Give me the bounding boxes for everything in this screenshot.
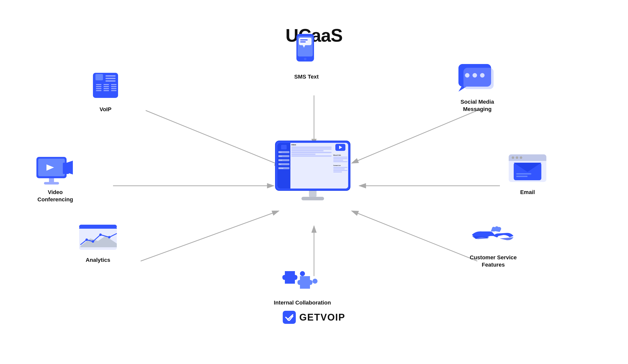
social-label: Social MediaMessaging (460, 98, 494, 113)
svg-point-63 (99, 233, 102, 236)
svg-rect-32 (300, 41, 306, 42)
svg-rect-43 (49, 178, 54, 182)
svg-point-51 (516, 156, 518, 159)
sms-label: SMS Text (294, 73, 319, 81)
logo-badge (283, 311, 296, 324)
node-social: Social MediaMessaging (457, 63, 497, 113)
svg-rect-18 (96, 90, 101, 91)
node-customer: Customer ServiceFeatures (470, 221, 517, 268)
svg-rect-17 (96, 88, 101, 89)
inbox-label: Inbox (291, 144, 332, 146)
svg-line-9 (352, 211, 477, 261)
svg-point-65 (300, 271, 305, 276)
svg-rect-44 (44, 182, 59, 185)
video-label: VideoConferencing (37, 189, 73, 203)
svg-rect-26 (111, 90, 117, 91)
svg-rect-24 (111, 86, 117, 87)
logo-area: GETVOIP (283, 311, 345, 324)
logo-checkmark-icon (285, 314, 294, 321)
contact-list-label: Contact List (333, 165, 347, 166)
svg-rect-31 (300, 39, 308, 40)
sidebar-text: Text (278, 163, 289, 165)
svg-rect-16 (96, 86, 101, 87)
sidebar-settings: Settings (278, 167, 289, 169)
play-button (335, 144, 345, 151)
svg-rect-39 (463, 68, 494, 89)
svg-point-52 (520, 156, 522, 159)
email-label: Email (520, 189, 535, 196)
social-icon (457, 63, 497, 95)
logo-text: GETVOIP (299, 312, 345, 323)
svg-line-4 (352, 110, 477, 163)
node-email: Email (507, 153, 548, 196)
svg-rect-12 (106, 75, 116, 77)
node-analytics: Analytics (78, 223, 118, 264)
svg-rect-55 (516, 173, 531, 174)
analytics-label: Analytics (86, 257, 110, 264)
svg-rect-22 (103, 90, 109, 91)
svg-rect-14 (106, 80, 116, 82)
missed-calls-label: Missed Calls (333, 154, 347, 156)
svg-rect-11 (95, 74, 103, 80)
collaboration-icon (280, 266, 325, 296)
svg-point-66 (312, 279, 318, 284)
sidebar-voice: Voice (278, 155, 289, 157)
svg-point-64 (108, 236, 111, 238)
svg-rect-25 (111, 88, 117, 89)
svg-line-2 (146, 110, 281, 166)
svg-rect-15 (96, 84, 101, 85)
svg-point-62 (92, 240, 94, 243)
node-sms: SMS Text (290, 33, 323, 81)
svg-line-7 (141, 211, 279, 261)
svg-rect-13 (106, 78, 116, 79)
voip-icon (90, 70, 121, 103)
svg-point-61 (85, 238, 88, 241)
customer-icon (471, 221, 516, 251)
collaboration-label: Internal Collaboration (274, 299, 331, 307)
analytics-icon (78, 223, 118, 254)
email-icon (507, 153, 548, 186)
svg-point-50 (512, 156, 514, 159)
node-collaboration: Internal Collaboration (274, 266, 331, 307)
svg-rect-49 (509, 158, 546, 161)
svg-rect-59 (79, 228, 117, 229)
svg-rect-21 (103, 88, 109, 89)
sidebar-chat: Chat (278, 151, 289, 153)
node-voip: VoIP (90, 70, 121, 113)
sms-icon (290, 33, 323, 70)
sidebar-email: Email (278, 159, 289, 161)
voip-label: VoIP (99, 106, 111, 113)
svg-rect-20 (103, 86, 109, 87)
svg-rect-23 (111, 84, 117, 85)
svg-point-33 (304, 58, 306, 60)
video-icon (35, 156, 75, 186)
svg-rect-19 (103, 84, 109, 85)
node-video: VideoConferencing (35, 156, 75, 203)
svg-rect-46 (63, 163, 69, 174)
center-monitor: Chat Voice Email Text Settings Inbox (275, 141, 350, 200)
svg-rect-56 (516, 176, 528, 177)
customer-label: Customer ServiceFeatures (470, 254, 517, 268)
